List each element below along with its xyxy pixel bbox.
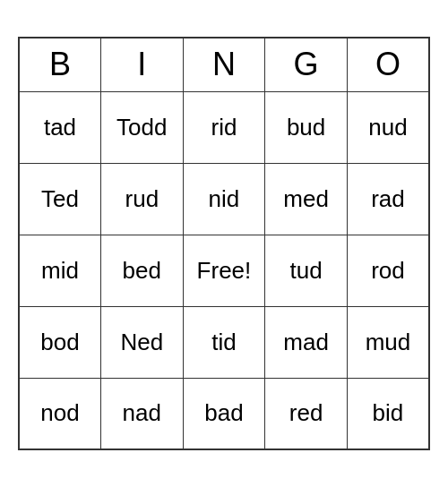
header-col-o: O [347,38,429,91]
bingo-cell: tad [19,91,101,163]
bingo-cell: Free! [183,235,265,306]
table-row: midbedFree!tudrod [19,235,429,306]
bingo-cell: nad [101,378,184,449]
bingo-cell: bud [265,91,348,163]
bingo-cell: tud [265,235,348,306]
header-col-i: I [101,38,184,91]
bingo-cell: tid [183,306,265,378]
bingo-card: BINGO tadToddridbudnudTedrudnidmedradmid… [18,37,430,450]
bingo-cell: rid [183,91,265,163]
bingo-cell: rud [101,163,184,235]
bingo-cell: mid [19,235,101,306]
table-row: bodNedtidmadmud [19,306,429,378]
bingo-cell: bod [19,306,101,378]
bingo-cell: nod [19,378,101,449]
bingo-cell: Ned [101,306,184,378]
bingo-cell: red [265,378,348,449]
bingo-cell: med [265,163,348,235]
bingo-cell: mad [265,306,348,378]
bingo-cell: nud [347,91,429,163]
header-col-b: B [19,38,101,91]
bingo-cell: bid [347,378,429,449]
bingo-cell: Ted [19,163,101,235]
bingo-cell: nid [183,163,265,235]
bingo-cell: Todd [101,91,184,163]
bingo-cell: rod [347,235,429,306]
table-row: tadToddridbudnud [19,91,429,163]
bingo-cell: bed [101,235,184,306]
header-col-g: G [265,38,348,91]
header-col-n: N [183,38,265,91]
bingo-cell: rad [347,163,429,235]
bingo-cell: mud [347,306,429,378]
table-row: nodnadbadredbid [19,378,429,449]
bingo-cell: bad [183,378,265,449]
bingo-header-row: BINGO [19,38,429,91]
table-row: Tedrudnidmedrad [19,163,429,235]
